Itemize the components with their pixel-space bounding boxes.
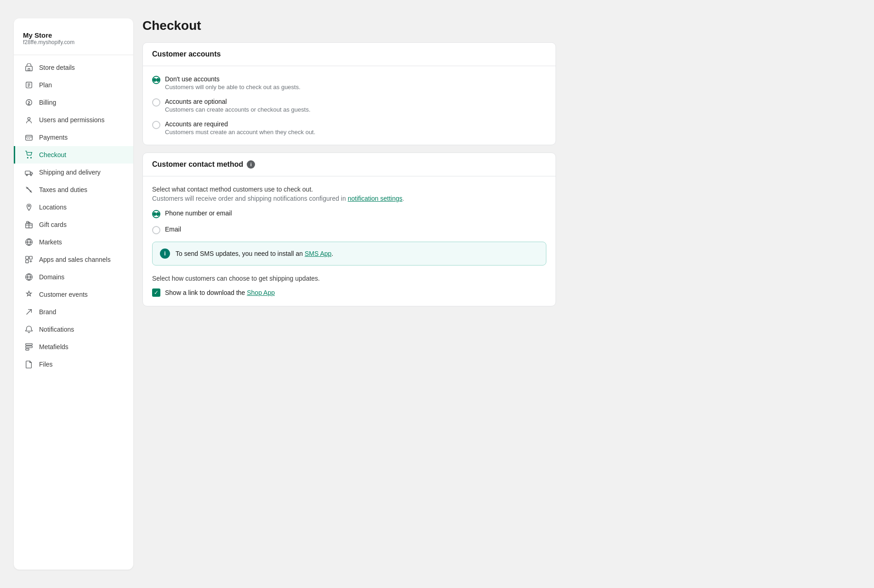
svg-rect-1 xyxy=(28,68,30,71)
radio-optional-accounts-desc: Customers can create accounts or checkou… xyxy=(165,106,311,113)
svg-rect-22 xyxy=(26,344,32,345)
radio-no-accounts-desc: Customers will only be able to check out… xyxy=(165,84,301,90)
radio-phone-email-label: Phone number or email xyxy=(165,209,232,217)
radio-phone-email-input[interactable] xyxy=(152,210,160,218)
shop-app-checkbox[interactable]: ✓ xyxy=(152,288,160,297)
sidebar-item-label-metafields: Metafields xyxy=(39,343,68,351)
shop-app-link[interactable]: Shop App xyxy=(247,289,275,296)
sidebar-item-shipping-delivery[interactable]: Shipping and delivery xyxy=(14,164,133,181)
sidebar-item-billing[interactable]: Billing xyxy=(14,94,133,111)
radio-optional-accounts-input[interactable] xyxy=(152,98,160,107)
sidebar-item-label-brand: Brand xyxy=(39,308,56,316)
sidebar-item-label-billing: Billing xyxy=(39,99,56,106)
store-info: My Store f28ffe.myshopify.com xyxy=(14,28,133,55)
contact-sub-description: Customers will receive order and shippin… xyxy=(152,195,546,202)
gift-cards-icon xyxy=(24,220,34,229)
sidebar-item-users-permissions[interactable]: Users and permissions xyxy=(14,111,133,129)
sidebar-item-plan[interactable]: Plan xyxy=(14,76,133,94)
svg-point-6 xyxy=(27,157,28,158)
customer-contact-body: Select what contact method customers use… xyxy=(143,176,556,306)
brand-icon xyxy=(24,307,34,317)
sidebar-item-label-shipping-delivery: Shipping and delivery xyxy=(39,169,101,176)
sidebar-item-payments[interactable]: Payments xyxy=(14,129,133,146)
svg-point-9 xyxy=(26,175,28,176)
sidebar-item-label-customer-events: Customer events xyxy=(39,291,88,298)
sidebar-item-label-taxes-duties: Taxes and duties xyxy=(39,186,87,193)
sidebar-item-label-files: Files xyxy=(39,361,53,368)
sidebar-item-store-details[interactable]: Store details xyxy=(14,59,133,76)
sidebar-item-label-notifications: Notifications xyxy=(39,326,74,333)
sidebar-item-checkout[interactable]: Checkout xyxy=(14,146,133,164)
sidebar-item-brand[interactable]: Brand xyxy=(14,303,133,321)
shipping-updates-description: Select how customers can choose to get s… xyxy=(152,275,546,282)
radio-no-accounts-input[interactable] xyxy=(152,76,160,84)
customer-contact-title: Customer contact method xyxy=(152,160,243,169)
customer-accounts-card: Customer accounts Don't use accounts Cus… xyxy=(142,42,556,145)
radio-email-only-label: Email xyxy=(165,226,181,233)
notifications-icon xyxy=(24,325,34,334)
notification-settings-link[interactable]: notification settings xyxy=(348,195,403,202)
sms-info-text: To send SMS updates, you need to install… xyxy=(176,250,333,257)
sidebar-item-label-payments: Payments xyxy=(39,134,68,141)
sidebar-item-label-checkout: Checkout xyxy=(39,151,66,158)
sidebar-item-files[interactable]: Files xyxy=(14,356,133,373)
radio-email-only[interactable]: Email xyxy=(152,226,546,234)
store-details-icon xyxy=(24,63,34,72)
customer-events-icon xyxy=(24,290,34,299)
shop-app-label: Show a link to download the Shop App xyxy=(165,289,275,296)
radio-required-accounts-input[interactable] xyxy=(152,121,160,129)
sidebar-item-locations[interactable]: Locations xyxy=(14,198,133,216)
store-url: f28ffe.myshopify.com xyxy=(23,39,124,45)
svg-rect-18 xyxy=(26,256,28,259)
info-icon[interactable]: i xyxy=(247,160,255,169)
sidebar-item-label-locations: Locations xyxy=(39,204,67,211)
svg-point-7 xyxy=(31,157,32,158)
taxes-duties-icon xyxy=(24,185,34,194)
payments-icon xyxy=(24,133,34,142)
svg-rect-20 xyxy=(26,260,28,263)
metafields-icon xyxy=(24,342,34,351)
radio-optional-accounts-label: Accounts are optional xyxy=(165,98,311,105)
domains-icon xyxy=(24,272,34,282)
sidebar-item-markets[interactable]: Markets xyxy=(14,233,133,251)
sidebar-item-customer-events[interactable]: Customer events xyxy=(14,286,133,303)
sidebar-item-label-plan: Plan xyxy=(39,81,52,89)
radio-optional-accounts[interactable]: Accounts are optional Customers can crea… xyxy=(152,98,546,113)
sidebar-item-domains[interactable]: Domains xyxy=(14,268,133,286)
checkout-icon xyxy=(24,150,34,159)
sidebar-item-notifications[interactable]: Notifications xyxy=(14,321,133,338)
radio-no-accounts[interactable]: Don't use accounts Customers will only b… xyxy=(152,75,546,90)
users-permissions-icon xyxy=(24,115,34,124)
customer-contact-card: Customer contact method i Select what co… xyxy=(142,153,556,306)
shipping-updates-section: Select how customers can choose to get s… xyxy=(152,275,546,297)
shop-app-checkbox-row[interactable]: ✓ Show a link to download the Shop App xyxy=(152,288,546,297)
svg-rect-8 xyxy=(25,171,30,174)
files-icon xyxy=(24,360,34,369)
sidebar-item-label-domains: Domains xyxy=(39,273,64,281)
radio-no-accounts-label: Don't use accounts xyxy=(165,75,301,83)
page-title: Checkout xyxy=(142,18,556,33)
sidebar-item-taxes-duties[interactable]: Taxes and duties xyxy=(14,181,133,198)
sidebar-item-label-markets: Markets xyxy=(39,238,62,246)
store-name: My Store xyxy=(23,31,124,39)
sidebar-item-metafields[interactable]: Metafields xyxy=(14,338,133,356)
sms-info-box: i To send SMS updates, you need to insta… xyxy=(152,242,546,266)
plan-icon xyxy=(24,80,34,90)
sidebar-item-apps-channels[interactable]: Apps and sales channels xyxy=(14,251,133,268)
billing-icon xyxy=(24,98,34,107)
radio-email-only-input[interactable] xyxy=(152,226,160,234)
svg-rect-24 xyxy=(26,349,29,351)
radio-required-accounts[interactable]: Accounts are required Customers must cre… xyxy=(152,120,546,136)
sidebar-item-gift-cards[interactable]: Gift cards xyxy=(14,216,133,233)
sidebar-item-label-gift-cards: Gift cards xyxy=(39,221,67,228)
svg-point-4 xyxy=(28,118,30,120)
svg-rect-19 xyxy=(29,256,32,259)
sidebar-item-label-users-permissions: Users and permissions xyxy=(39,116,104,124)
radio-phone-email[interactable]: Phone number or email xyxy=(152,209,546,218)
apps-channels-icon xyxy=(24,255,34,264)
svg-point-10 xyxy=(30,175,32,176)
locations-icon xyxy=(24,203,34,212)
shipping-delivery-icon xyxy=(24,168,34,177)
sms-app-link[interactable]: SMS App xyxy=(305,250,331,257)
customer-accounts-header: Customer accounts xyxy=(143,43,556,66)
